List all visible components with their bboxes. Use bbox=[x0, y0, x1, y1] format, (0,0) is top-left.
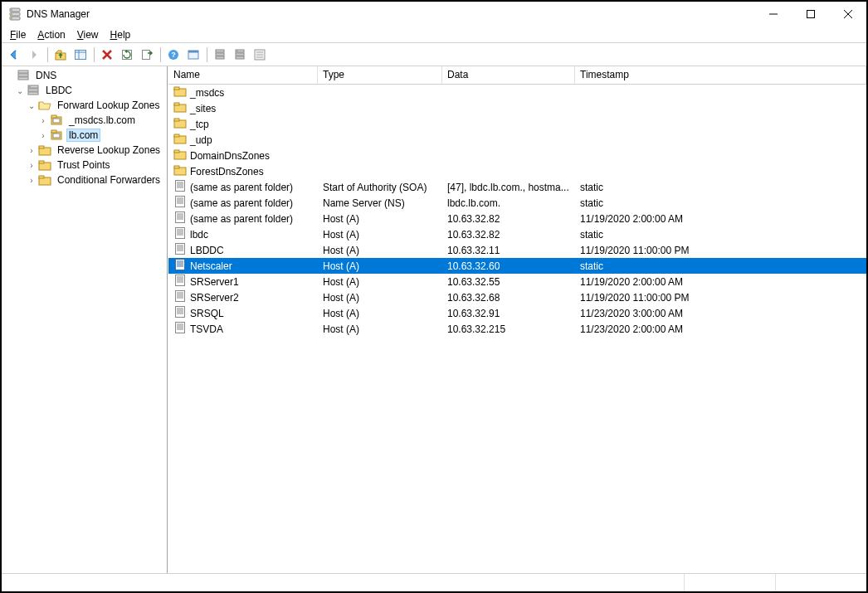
cell-type: Host (A) bbox=[318, 242, 442, 258]
list-row[interactable]: DomainDnsZones bbox=[168, 148, 866, 163]
refresh-button[interactable] bbox=[118, 46, 136, 64]
list-row[interactable]: (same as parent folder)Host (A)10.63.32.… bbox=[168, 211, 866, 226]
tree-zone-lbcom[interactable]: › lb.com bbox=[2, 128, 167, 143]
statusbar bbox=[2, 573, 866, 591]
svg-point-4 bbox=[11, 13, 12, 15]
help-button[interactable]: ? bbox=[164, 46, 183, 64]
cell-timestamp bbox=[575, 85, 866, 100]
list-row[interactable]: LBDDCHost (A)10.63.32.1111/19/2020 11:00… bbox=[168, 242, 866, 258]
menu-file[interactable]: File bbox=[5, 27, 31, 42]
expand-icon[interactable]: › bbox=[27, 160, 37, 170]
forward-button[interactable] bbox=[25, 46, 43, 64]
list-row[interactable]: NetscalerHost (A)10.63.32.60static bbox=[168, 258, 866, 274]
server-icon3-button[interactable] bbox=[251, 46, 269, 64]
svg-rect-38 bbox=[28, 92, 38, 95]
expand-icon[interactable]: › bbox=[27, 175, 37, 185]
svg-rect-61 bbox=[174, 150, 179, 153]
list-row[interactable]: SRSQLHost (A)10.63.32.9111/23/2020 3:00:… bbox=[168, 305, 866, 321]
delete-button[interactable] bbox=[98, 46, 116, 64]
server-icon2-button[interactable] bbox=[231, 46, 249, 64]
show-hide-tree-button[interactable] bbox=[71, 46, 90, 64]
list-row[interactable]: _msdcs bbox=[168, 85, 866, 100]
tree-conditional-forwarders[interactable]: › Conditional Forwarders bbox=[2, 173, 167, 187]
cell-name: Netscaler bbox=[168, 258, 318, 274]
list-row[interactable]: lbdcHost (A)10.63.32.82static bbox=[168, 226, 866, 242]
cell-data: 10.63.32.68 bbox=[442, 289, 575, 305]
cell-type bbox=[318, 148, 442, 163]
svg-rect-32 bbox=[256, 56, 263, 58]
menu-action[interactable]: Action bbox=[32, 27, 70, 42]
list-row[interactable]: ForestDnsZones bbox=[168, 163, 866, 179]
up-button[interactable] bbox=[51, 46, 70, 64]
collapse-icon[interactable]: ⌄ bbox=[15, 85, 25, 95]
tree-flz[interactable]: ⌄ Forward Lookup Zones bbox=[2, 98, 167, 113]
collapse-icon[interactable]: ⌄ bbox=[27, 100, 37, 110]
toolbar-separator bbox=[204, 46, 209, 64]
list-row[interactable]: (same as parent folder)Name Server (NS)l… bbox=[168, 195, 866, 211]
cell-timestamp bbox=[575, 100, 866, 116]
record-name: (same as parent folder) bbox=[190, 182, 293, 193]
cell-type: Host (A) bbox=[318, 289, 442, 305]
column-header-name[interactable]: Name bbox=[168, 66, 318, 84]
cell-type: Host (A) bbox=[318, 258, 442, 274]
cell-name: _sites bbox=[168, 100, 318, 116]
tree-label: Reverse Lookup Zones bbox=[55, 143, 163, 157]
cell-type: Start of Authority (SOA) bbox=[318, 179, 442, 195]
svg-rect-42 bbox=[53, 119, 60, 123]
record-name: (same as parent folder) bbox=[190, 197, 293, 209]
expand-icon[interactable]: › bbox=[38, 130, 48, 140]
cell-type bbox=[318, 85, 442, 100]
cell-timestamp bbox=[575, 132, 866, 148]
list-row[interactable]: _tcp bbox=[168, 116, 866, 132]
list-row[interactable]: SRServer2Host (A)10.63.32.6811/19/2020 1… bbox=[168, 289, 866, 305]
cell-timestamp: static bbox=[575, 195, 866, 211]
maximize-button[interactable] bbox=[792, 2, 829, 27]
svg-rect-23 bbox=[216, 53, 224, 56]
tree-server[interactable]: ⌄ LBDC bbox=[2, 83, 167, 98]
cell-name: (same as parent folder) bbox=[168, 211, 318, 226]
tree-pane[interactable]: DNS ⌄ LBDC ⌄ Forward Lookup Zones › _msd… bbox=[2, 66, 168, 573]
expand-icon[interactable]: › bbox=[38, 115, 48, 125]
svg-rect-24 bbox=[216, 56, 224, 59]
toolbar: ? bbox=[2, 43, 866, 66]
cell-name: _udp bbox=[168, 132, 318, 148]
minimize-button[interactable] bbox=[754, 2, 792, 27]
tree-zone-msdcs[interactable]: › _msdcs.lb.com bbox=[2, 113, 167, 128]
cell-timestamp: static bbox=[575, 226, 866, 242]
server-icon1-button[interactable] bbox=[211, 46, 229, 64]
list-row[interactable]: _udp bbox=[168, 132, 866, 148]
list-row[interactable]: _sites bbox=[168, 100, 866, 116]
column-header-data[interactable]: Data bbox=[442, 66, 575, 84]
expand-icon[interactable] bbox=[5, 70, 15, 80]
svg-rect-59 bbox=[174, 134, 179, 137]
cell-data bbox=[442, 116, 575, 132]
record-icon bbox=[173, 321, 190, 337]
expand-icon[interactable]: › bbox=[27, 145, 37, 155]
tree-trust-points[interactable]: › Trust Points bbox=[2, 158, 167, 173]
back-button[interactable] bbox=[5, 46, 23, 64]
menu-view[interactable]: View bbox=[72, 27, 104, 42]
cell-name: _tcp bbox=[168, 116, 318, 132]
cell-data: 10.63.32.215 bbox=[442, 321, 575, 337]
cell-data: 10.63.32.55 bbox=[442, 274, 575, 289]
cell-timestamp: 11/19/2020 11:00:00 PM bbox=[575, 242, 866, 258]
svg-point-39 bbox=[29, 86, 30, 87]
toolbar-separator bbox=[158, 46, 163, 64]
column-header-timestamp[interactable]: Timestamp bbox=[575, 66, 866, 84]
close-button[interactable] bbox=[829, 2, 866, 27]
record-name: _sites bbox=[190, 103, 216, 114]
new-window-button[interactable] bbox=[184, 46, 202, 64]
list-body[interactable]: _msdcs_sites_tcp_udpDomainDnsZonesForest… bbox=[168, 85, 866, 573]
menubar: File Action View Help bbox=[2, 27, 866, 43]
tree-root-dns[interactable]: DNS bbox=[2, 68, 167, 83]
list-row[interactable]: TSVDAHost (A)10.63.32.21511/23/2020 2:00… bbox=[168, 321, 866, 337]
column-header-type[interactable]: Type bbox=[318, 66, 442, 84]
list-row[interactable]: SRServer1Host (A)10.63.32.5511/19/2020 2… bbox=[168, 274, 866, 289]
dns-manager-icon bbox=[8, 7, 22, 21]
toolbar-separator bbox=[45, 46, 50, 64]
tree-rlz[interactable]: › Reverse Lookup Zones bbox=[2, 143, 167, 158]
folder-open-icon bbox=[38, 99, 51, 112]
list-row[interactable]: (same as parent folder)Start of Authorit… bbox=[168, 179, 866, 195]
export-list-button[interactable] bbox=[138, 46, 156, 64]
menu-help[interactable]: Help bbox=[105, 27, 136, 42]
